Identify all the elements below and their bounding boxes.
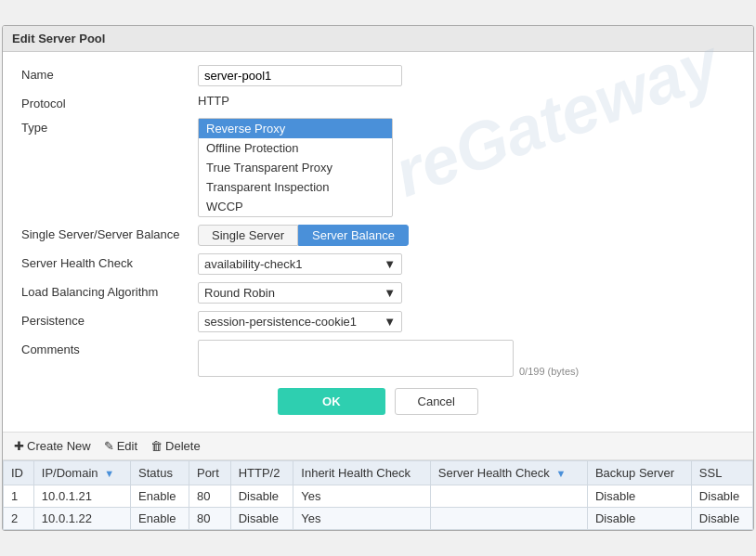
ok-button[interactable]: OK bbox=[278, 388, 385, 415]
table-body: 110.0.1.21Enable80DisableYesDisableDisab… bbox=[4, 485, 753, 530]
persistence-arrow-icon: ▼ bbox=[384, 315, 396, 329]
col-ssl: SSL bbox=[691, 461, 752, 485]
persistence-row: Persistence session-persistence-cookie1 … bbox=[21, 311, 735, 332]
type-control: Reverse Proxy Offline Protection True Tr… bbox=[198, 118, 735, 217]
type-label: Type bbox=[21, 118, 198, 135]
server-table: ID IP/Domain ▼ Status Port HTTP/2 Inheri… bbox=[3, 460, 753, 530]
health-check-control: availability-check1 ▼ bbox=[198, 253, 735, 275]
delete-icon: 🗑 bbox=[150, 439, 163, 453]
health-check-select[interactable]: availability-check1 ▼ bbox=[198, 253, 402, 275]
col-server-health: Server Health Check ▼ bbox=[430, 461, 587, 485]
delete-label: Delete bbox=[165, 439, 201, 453]
panel-title: Edit Server Pool bbox=[3, 26, 753, 52]
col-port: Port bbox=[189, 461, 230, 485]
protocol-control: HTTP bbox=[198, 94, 735, 108]
col-backup: Backup Server bbox=[587, 461, 691, 485]
edit-label: Edit bbox=[117, 439, 137, 453]
create-new-button[interactable]: ✚ Create New bbox=[10, 437, 95, 455]
type-option-reverse-proxy[interactable]: Reverse Proxy bbox=[199, 119, 392, 138]
table-row[interactable]: 210.0.1.22Enable80DisableYesDisableDisab… bbox=[4, 508, 753, 530]
col-ip: IP/Domain ▼ bbox=[33, 461, 130, 485]
edit-server-pool-panel: Edit Server Pool reGateway Name Protocol… bbox=[2, 25, 754, 531]
delete-button[interactable]: 🗑 Delete bbox=[147, 437, 204, 455]
type-row: Type Reverse Proxy Offline Protection Tr… bbox=[21, 118, 735, 217]
balance-label: Single Server/Server Balance bbox=[21, 225, 198, 241]
edit-icon: ✎ bbox=[104, 439, 114, 453]
server-balance-btn[interactable]: Server Balance bbox=[298, 225, 409, 246]
balance-row: Single Server/Server Balance Single Serv… bbox=[21, 225, 735, 246]
lb-algorithm-row: Load Balancing Algorithm Round Robin ▼ bbox=[21, 282, 735, 304]
form-area: reGateway Name Protocol HTTP Type Revers… bbox=[3, 52, 753, 432]
health-check-row: Server Health Check availability-check1 … bbox=[21, 253, 735, 275]
type-option-transparent-inspection[interactable]: Transparent Inspection bbox=[199, 177, 392, 197]
comments-counter: 0/199 (bytes) bbox=[519, 366, 579, 377]
table-area: ID IP/Domain ▼ Status Port HTTP/2 Inheri… bbox=[3, 460, 753, 530]
lb-algorithm-control: Round Robin ▼ bbox=[198, 282, 735, 304]
table-header-row: ID IP/Domain ▼ Status Port HTTP/2 Inheri… bbox=[4, 461, 753, 485]
plus-icon: ✚ bbox=[14, 439, 24, 453]
ip-filter-icon[interactable]: ▼ bbox=[104, 468, 114, 479]
protocol-row: Protocol HTTP bbox=[21, 94, 735, 110]
col-id: ID bbox=[4, 461, 34, 485]
col-inherit-health: Inherit Health Check bbox=[293, 461, 431, 485]
col-status: Status bbox=[131, 461, 189, 485]
server-health-filter-icon[interactable]: ▼ bbox=[555, 468, 566, 479]
edit-button[interactable]: ✎ Edit bbox=[100, 437, 141, 455]
single-server-btn[interactable]: Single Server bbox=[198, 225, 298, 246]
col-http2: HTTP/2 bbox=[230, 461, 293, 485]
btn-row: OK Cancel bbox=[21, 388, 735, 415]
table-row[interactable]: 110.0.1.21Enable80DisableYesDisableDisab… bbox=[4, 485, 753, 508]
comments-inner: 0/199 (bytes) bbox=[198, 340, 735, 377]
type-dropdown[interactable]: Reverse Proxy Offline Protection True Tr… bbox=[198, 118, 393, 217]
toolbar: ✚ Create New ✎ Edit 🗑 Delete bbox=[3, 432, 753, 460]
comments-control: 0/199 (bytes) bbox=[198, 340, 735, 377]
persistence-control: session-persistence-cookie1 ▼ bbox=[198, 311, 735, 332]
persistence-value: session-persistence-cookie1 bbox=[204, 315, 357, 329]
comments-row: Comments 0/199 (bytes) bbox=[21, 340, 735, 377]
name-control bbox=[198, 65, 735, 86]
health-check-label: Server Health Check bbox=[21, 253, 198, 270]
persistence-label: Persistence bbox=[21, 311, 198, 328]
type-option-true-transparent-proxy[interactable]: True Transparent Proxy bbox=[199, 158, 392, 177]
name-label: Name bbox=[21, 65, 198, 82]
create-new-label: Create New bbox=[27, 439, 91, 453]
lb-algorithm-select[interactable]: Round Robin ▼ bbox=[198, 282, 402, 304]
comments-textarea[interactable] bbox=[198, 340, 514, 377]
protocol-label: Protocol bbox=[21, 94, 198, 110]
balance-control: Single Server Server Balance bbox=[198, 225, 735, 246]
lb-algorithm-value: Round Robin bbox=[204, 286, 275, 300]
protocol-value: HTTP bbox=[198, 91, 229, 108]
type-option-offline-protection[interactable]: Offline Protection bbox=[199, 138, 392, 158]
cancel-button[interactable]: Cancel bbox=[395, 388, 478, 415]
name-input[interactable] bbox=[198, 65, 402, 86]
balance-toggle: Single Server Server Balance bbox=[198, 225, 735, 246]
comments-label: Comments bbox=[21, 340, 198, 356]
health-check-arrow-icon: ▼ bbox=[384, 257, 396, 271]
name-row: Name bbox=[21, 65, 735, 86]
persistence-select[interactable]: session-persistence-cookie1 ▼ bbox=[198, 311, 402, 332]
type-option-wccp[interactable]: WCCP bbox=[199, 197, 392, 216]
lb-algorithm-label: Load Balancing Algorithm bbox=[21, 282, 198, 299]
health-check-value: availability-check1 bbox=[204, 257, 303, 271]
lb-algorithm-arrow-icon: ▼ bbox=[384, 286, 396, 300]
